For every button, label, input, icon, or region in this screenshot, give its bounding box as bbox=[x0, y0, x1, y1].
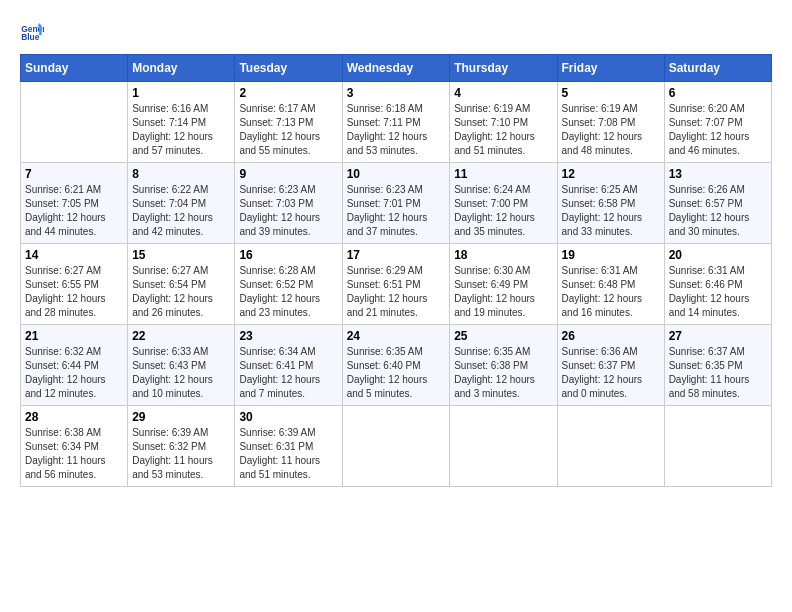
cell-info: Sunrise: 6:27 AM Sunset: 6:54 PM Dayligh… bbox=[132, 264, 230, 320]
day-number: 12 bbox=[562, 167, 660, 181]
calendar-week-row: 7Sunrise: 6:21 AM Sunset: 7:05 PM Daylig… bbox=[21, 163, 772, 244]
calendar-cell: 2Sunrise: 6:17 AM Sunset: 7:13 PM Daylig… bbox=[235, 82, 342, 163]
cell-info: Sunrise: 6:35 AM Sunset: 6:40 PM Dayligh… bbox=[347, 345, 446, 401]
cell-info: Sunrise: 6:24 AM Sunset: 7:00 PM Dayligh… bbox=[454, 183, 552, 239]
day-number: 17 bbox=[347, 248, 446, 262]
day-header-sunday: Sunday bbox=[21, 55, 128, 82]
calendar-cell: 5Sunrise: 6:19 AM Sunset: 7:08 PM Daylig… bbox=[557, 82, 664, 163]
calendar-week-row: 1Sunrise: 6:16 AM Sunset: 7:14 PM Daylig… bbox=[21, 82, 772, 163]
calendar-cell: 26Sunrise: 6:36 AM Sunset: 6:37 PM Dayli… bbox=[557, 325, 664, 406]
day-number: 4 bbox=[454, 86, 552, 100]
calendar-cell: 20Sunrise: 6:31 AM Sunset: 6:46 PM Dayli… bbox=[664, 244, 771, 325]
cell-info: Sunrise: 6:17 AM Sunset: 7:13 PM Dayligh… bbox=[239, 102, 337, 158]
day-number: 29 bbox=[132, 410, 230, 424]
day-number: 11 bbox=[454, 167, 552, 181]
cell-info: Sunrise: 6:34 AM Sunset: 6:41 PM Dayligh… bbox=[239, 345, 337, 401]
calendar-cell: 12Sunrise: 6:25 AM Sunset: 6:58 PM Dayli… bbox=[557, 163, 664, 244]
calendar-cell: 24Sunrise: 6:35 AM Sunset: 6:40 PM Dayli… bbox=[342, 325, 450, 406]
calendar-cell: 17Sunrise: 6:29 AM Sunset: 6:51 PM Dayli… bbox=[342, 244, 450, 325]
calendar-cell bbox=[21, 82, 128, 163]
svg-text:Blue: Blue bbox=[21, 32, 40, 42]
cell-info: Sunrise: 6:23 AM Sunset: 7:03 PM Dayligh… bbox=[239, 183, 337, 239]
day-number: 2 bbox=[239, 86, 337, 100]
day-header-monday: Monday bbox=[128, 55, 235, 82]
calendar-week-row: 21Sunrise: 6:32 AM Sunset: 6:44 PM Dayli… bbox=[21, 325, 772, 406]
cell-info: Sunrise: 6:38 AM Sunset: 6:34 PM Dayligh… bbox=[25, 426, 123, 482]
calendar-cell: 23Sunrise: 6:34 AM Sunset: 6:41 PM Dayli… bbox=[235, 325, 342, 406]
cell-info: Sunrise: 6:18 AM Sunset: 7:11 PM Dayligh… bbox=[347, 102, 446, 158]
day-number: 6 bbox=[669, 86, 767, 100]
cell-info: Sunrise: 6:25 AM Sunset: 6:58 PM Dayligh… bbox=[562, 183, 660, 239]
calendar-cell: 18Sunrise: 6:30 AM Sunset: 6:49 PM Dayli… bbox=[450, 244, 557, 325]
day-number: 20 bbox=[669, 248, 767, 262]
calendar-cell: 27Sunrise: 6:37 AM Sunset: 6:35 PM Dayli… bbox=[664, 325, 771, 406]
cell-info: Sunrise: 6:27 AM Sunset: 6:55 PM Dayligh… bbox=[25, 264, 123, 320]
calendar-cell bbox=[450, 406, 557, 487]
calendar-cell: 3Sunrise: 6:18 AM Sunset: 7:11 PM Daylig… bbox=[342, 82, 450, 163]
day-header-wednesday: Wednesday bbox=[342, 55, 450, 82]
cell-info: Sunrise: 6:21 AM Sunset: 7:05 PM Dayligh… bbox=[25, 183, 123, 239]
page-header: General Blue bbox=[20, 20, 772, 44]
day-number: 27 bbox=[669, 329, 767, 343]
cell-info: Sunrise: 6:37 AM Sunset: 6:35 PM Dayligh… bbox=[669, 345, 767, 401]
calendar-cell: 22Sunrise: 6:33 AM Sunset: 6:43 PM Dayli… bbox=[128, 325, 235, 406]
day-number: 7 bbox=[25, 167, 123, 181]
calendar-cell: 13Sunrise: 6:26 AM Sunset: 6:57 PM Dayli… bbox=[664, 163, 771, 244]
cell-info: Sunrise: 6:39 AM Sunset: 6:31 PM Dayligh… bbox=[239, 426, 337, 482]
day-number: 3 bbox=[347, 86, 446, 100]
day-number: 21 bbox=[25, 329, 123, 343]
calendar-table: SundayMondayTuesdayWednesdayThursdayFrid… bbox=[20, 54, 772, 487]
calendar-cell: 10Sunrise: 6:23 AM Sunset: 7:01 PM Dayli… bbox=[342, 163, 450, 244]
calendar-cell: 4Sunrise: 6:19 AM Sunset: 7:10 PM Daylig… bbox=[450, 82, 557, 163]
day-number: 23 bbox=[239, 329, 337, 343]
calendar-cell: 28Sunrise: 6:38 AM Sunset: 6:34 PM Dayli… bbox=[21, 406, 128, 487]
cell-info: Sunrise: 6:22 AM Sunset: 7:04 PM Dayligh… bbox=[132, 183, 230, 239]
calendar-cell: 15Sunrise: 6:27 AM Sunset: 6:54 PM Dayli… bbox=[128, 244, 235, 325]
calendar-cell: 14Sunrise: 6:27 AM Sunset: 6:55 PM Dayli… bbox=[21, 244, 128, 325]
day-number: 25 bbox=[454, 329, 552, 343]
cell-info: Sunrise: 6:26 AM Sunset: 6:57 PM Dayligh… bbox=[669, 183, 767, 239]
calendar-cell: 16Sunrise: 6:28 AM Sunset: 6:52 PM Dayli… bbox=[235, 244, 342, 325]
day-number: 9 bbox=[239, 167, 337, 181]
day-number: 10 bbox=[347, 167, 446, 181]
cell-info: Sunrise: 6:28 AM Sunset: 6:52 PM Dayligh… bbox=[239, 264, 337, 320]
calendar-cell: 29Sunrise: 6:39 AM Sunset: 6:32 PM Dayli… bbox=[128, 406, 235, 487]
day-number: 22 bbox=[132, 329, 230, 343]
day-number: 19 bbox=[562, 248, 660, 262]
calendar-cell: 9Sunrise: 6:23 AM Sunset: 7:03 PM Daylig… bbox=[235, 163, 342, 244]
cell-info: Sunrise: 6:23 AM Sunset: 7:01 PM Dayligh… bbox=[347, 183, 446, 239]
calendar-cell: 8Sunrise: 6:22 AM Sunset: 7:04 PM Daylig… bbox=[128, 163, 235, 244]
day-number: 26 bbox=[562, 329, 660, 343]
calendar-week-row: 28Sunrise: 6:38 AM Sunset: 6:34 PM Dayli… bbox=[21, 406, 772, 487]
calendar-cell: 21Sunrise: 6:32 AM Sunset: 6:44 PM Dayli… bbox=[21, 325, 128, 406]
calendar-cell: 1Sunrise: 6:16 AM Sunset: 7:14 PM Daylig… bbox=[128, 82, 235, 163]
calendar-cell: 19Sunrise: 6:31 AM Sunset: 6:48 PM Dayli… bbox=[557, 244, 664, 325]
calendar-cell: 7Sunrise: 6:21 AM Sunset: 7:05 PM Daylig… bbox=[21, 163, 128, 244]
day-number: 18 bbox=[454, 248, 552, 262]
cell-info: Sunrise: 6:33 AM Sunset: 6:43 PM Dayligh… bbox=[132, 345, 230, 401]
cell-info: Sunrise: 6:36 AM Sunset: 6:37 PM Dayligh… bbox=[562, 345, 660, 401]
cell-info: Sunrise: 6:39 AM Sunset: 6:32 PM Dayligh… bbox=[132, 426, 230, 482]
cell-info: Sunrise: 6:31 AM Sunset: 6:46 PM Dayligh… bbox=[669, 264, 767, 320]
day-number: 13 bbox=[669, 167, 767, 181]
calendar-week-row: 14Sunrise: 6:27 AM Sunset: 6:55 PM Dayli… bbox=[21, 244, 772, 325]
calendar-cell bbox=[342, 406, 450, 487]
day-number: 24 bbox=[347, 329, 446, 343]
day-number: 5 bbox=[562, 86, 660, 100]
calendar-cell: 6Sunrise: 6:20 AM Sunset: 7:07 PM Daylig… bbox=[664, 82, 771, 163]
day-number: 28 bbox=[25, 410, 123, 424]
day-number: 14 bbox=[25, 248, 123, 262]
cell-info: Sunrise: 6:30 AM Sunset: 6:49 PM Dayligh… bbox=[454, 264, 552, 320]
day-number: 16 bbox=[239, 248, 337, 262]
cell-info: Sunrise: 6:31 AM Sunset: 6:48 PM Dayligh… bbox=[562, 264, 660, 320]
cell-info: Sunrise: 6:32 AM Sunset: 6:44 PM Dayligh… bbox=[25, 345, 123, 401]
cell-info: Sunrise: 6:19 AM Sunset: 7:10 PM Dayligh… bbox=[454, 102, 552, 158]
day-number: 15 bbox=[132, 248, 230, 262]
cell-info: Sunrise: 6:16 AM Sunset: 7:14 PM Dayligh… bbox=[132, 102, 230, 158]
calendar-header-row: SundayMondayTuesdayWednesdayThursdayFrid… bbox=[21, 55, 772, 82]
cell-info: Sunrise: 6:29 AM Sunset: 6:51 PM Dayligh… bbox=[347, 264, 446, 320]
day-number: 30 bbox=[239, 410, 337, 424]
day-number: 8 bbox=[132, 167, 230, 181]
logo-icon: General Blue bbox=[20, 20, 44, 44]
day-header-tuesday: Tuesday bbox=[235, 55, 342, 82]
